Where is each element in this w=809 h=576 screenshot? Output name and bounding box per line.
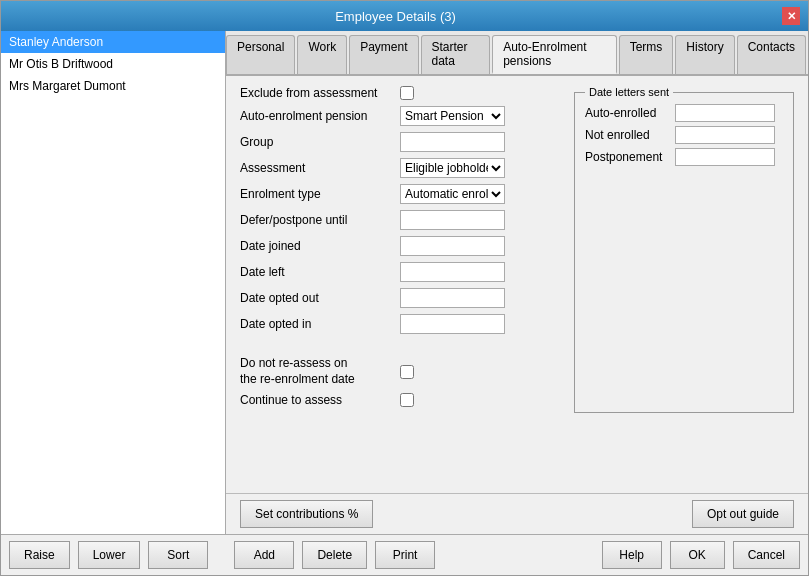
- row-not-enrolled: Not enrolled: [585, 126, 783, 144]
- date-letters-fieldset: Date letters sent Auto-enrolled Not enro…: [574, 86, 794, 413]
- lower-button[interactable]: Lower: [78, 541, 141, 569]
- row-do-not-reassess: Do not re-assess on the re-enrolment dat…: [240, 356, 554, 387]
- print-button[interactable]: Print: [375, 541, 435, 569]
- postponement-input[interactable]: [675, 148, 775, 166]
- enrolment-type-label: Enrolment type: [240, 187, 400, 201]
- left-form: Exclude from assessment Auto-enrolment p…: [240, 86, 554, 413]
- opt-out-guide-button[interactable]: Opt out guide: [692, 500, 794, 528]
- footer-bar: Raise Lower Sort Add Delete Print Help O…: [1, 534, 808, 575]
- add-button[interactable]: Add: [234, 541, 294, 569]
- exclude-assessment-label: Exclude from assessment: [240, 86, 400, 100]
- group-input[interactable]: [400, 132, 505, 152]
- close-button[interactable]: ✕: [782, 7, 800, 25]
- date-joined-input[interactable]: [400, 236, 505, 256]
- tab-starter-data[interactable]: Starter data: [421, 35, 491, 74]
- date-opted-out-input[interactable]: [400, 288, 505, 308]
- group-label: Group: [240, 135, 400, 149]
- tab-terms[interactable]: Terms: [619, 35, 674, 74]
- sidebar: Stanley Anderson Mr Otis B Driftwood Mrs…: [1, 31, 226, 534]
- enrolment-type-select[interactable]: Automatic enrolmer: [400, 184, 505, 204]
- row-auto-enrolment-pension: Auto-enrolment pension Smart Pension: [240, 106, 554, 126]
- date-opted-in-label: Date opted in: [240, 317, 400, 331]
- row-group: Group: [240, 132, 554, 152]
- auto-enrolment-pension-label: Auto-enrolment pension: [240, 109, 400, 123]
- exclude-assessment-checkbox[interactable]: [400, 86, 414, 100]
- row-continue-to-assess: Continue to assess: [240, 393, 554, 407]
- delete-button[interactable]: Delete: [302, 541, 367, 569]
- do-not-reassess-checkbox[interactable]: [400, 365, 414, 379]
- row-date-joined: Date joined: [240, 236, 554, 256]
- tab-personal[interactable]: Personal: [226, 35, 295, 74]
- defer-postpone-input[interactable]: [400, 210, 505, 230]
- sidebar-item-2[interactable]: Mrs Margaret Dumont: [1, 75, 225, 97]
- continue-to-assess-label: Continue to assess: [240, 393, 400, 407]
- date-opted-in-input[interactable]: [400, 314, 505, 334]
- date-left-input[interactable]: [400, 262, 505, 282]
- continue-to-assess-checkbox[interactable]: [400, 393, 414, 407]
- raise-button[interactable]: Raise: [9, 541, 70, 569]
- tab-bar: Personal Work Payment Starter data Auto-…: [226, 31, 808, 76]
- row-defer-postpone: Defer/postpone until: [240, 210, 554, 230]
- tab-bottom-buttons: Set contributions % Opt out guide: [226, 493, 808, 534]
- tab-content-auto-enrolment: Exclude from assessment Auto-enrolment p…: [226, 76, 808, 493]
- right-panel: Personal Work Payment Starter data Auto-…: [226, 31, 808, 534]
- main-window: Employee Details (3) ✕ Stanley Anderson …: [0, 0, 809, 576]
- row-postponement: Postponement: [585, 148, 783, 166]
- tab-payment[interactable]: Payment: [349, 35, 418, 74]
- defer-postpone-label: Defer/postpone until: [240, 213, 400, 227]
- sidebar-item-1[interactable]: Mr Otis B Driftwood: [1, 53, 225, 75]
- row-date-left: Date left: [240, 262, 554, 282]
- row-enrolment-type: Enrolment type Automatic enrolmer: [240, 184, 554, 204]
- window-title: Employee Details (3): [9, 9, 782, 24]
- date-letters-legend: Date letters sent: [585, 86, 673, 98]
- postponement-label: Postponement: [585, 150, 675, 164]
- auto-enrolment-pension-select[interactable]: Smart Pension: [400, 106, 505, 126]
- not-enrolled-input[interactable]: [675, 126, 775, 144]
- tab-work[interactable]: Work: [297, 35, 347, 74]
- main-content: Stanley Anderson Mr Otis B Driftwood Mrs…: [1, 31, 808, 534]
- assessment-select[interactable]: Eligible jobholder: [400, 158, 505, 178]
- help-button[interactable]: Help: [602, 541, 662, 569]
- row-exclude-assessment: Exclude from assessment: [240, 86, 554, 100]
- row-date-opted-out: Date opted out: [240, 288, 554, 308]
- row-assessment: Assessment Eligible jobholder: [240, 158, 554, 178]
- date-joined-label: Date joined: [240, 239, 400, 253]
- auto-enrolled-label: Auto-enrolled: [585, 106, 675, 120]
- tab-contacts[interactable]: Contacts: [737, 35, 806, 74]
- cancel-button[interactable]: Cancel: [733, 541, 800, 569]
- row-auto-enrolled: Auto-enrolled: [585, 104, 783, 122]
- auto-enrolled-input[interactable]: [675, 104, 775, 122]
- row-date-opted-in: Date opted in: [240, 314, 554, 334]
- ok-button[interactable]: OK: [670, 541, 725, 569]
- do-not-reassess-label: Do not re-assess on the re-enrolment dat…: [240, 356, 400, 387]
- assessment-label: Assessment: [240, 161, 400, 175]
- date-left-label: Date left: [240, 265, 400, 279]
- sort-button[interactable]: Sort: [148, 541, 208, 569]
- date-opted-out-label: Date opted out: [240, 291, 400, 305]
- set-contributions-button[interactable]: Set contributions %: [240, 500, 373, 528]
- sidebar-item-0[interactable]: Stanley Anderson: [1, 31, 225, 53]
- not-enrolled-label: Not enrolled: [585, 128, 675, 142]
- tab-history[interactable]: History: [675, 35, 734, 74]
- title-bar: Employee Details (3) ✕: [1, 1, 808, 31]
- tab-auto-enrolment[interactable]: Auto-Enrolment pensions: [492, 35, 616, 74]
